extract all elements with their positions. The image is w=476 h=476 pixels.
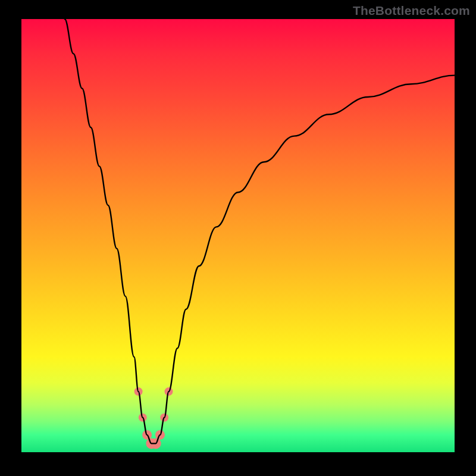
- watermark-text: TheBottleneck.com: [353, 4, 470, 18]
- plot-area: [21, 19, 455, 452]
- curve-svg: [21, 19, 455, 452]
- chart-frame: TheBottleneck.com: [0, 0, 476, 476]
- bottleneck-curve: [65, 19, 455, 443]
